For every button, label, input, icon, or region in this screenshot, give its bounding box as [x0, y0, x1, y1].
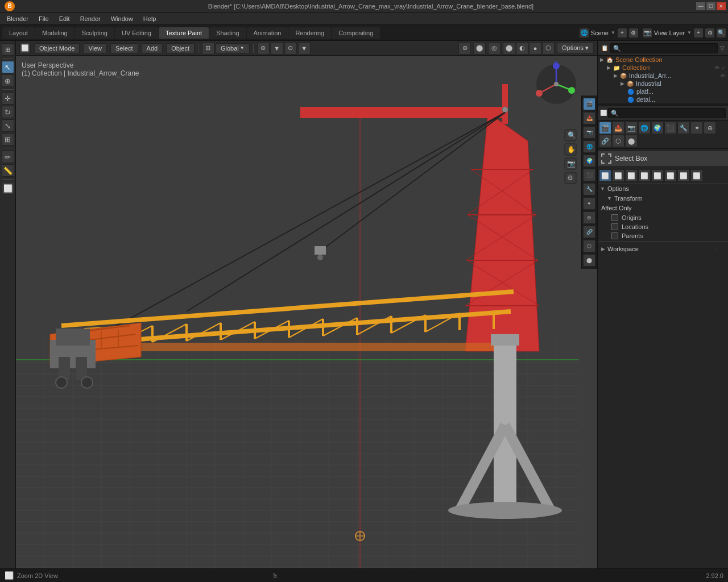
- transform-tool-btn[interactable]: ⊞: [2, 133, 14, 146]
- tab-modeling[interactable]: Modeling: [35, 27, 75, 39]
- industrial-item[interactable]: ▶ 📦 Industrial: [598, 80, 728, 88]
- tab-shading[interactable]: Shading: [209, 27, 246, 39]
- ia-vis-icon[interactable]: 👁: [720, 73, 726, 79]
- snap-toggle[interactable]: ⊕: [257, 42, 270, 55]
- locations-checkbox[interactable]: [611, 223, 618, 230]
- view-menu-btn[interactable]: View: [83, 43, 107, 53]
- transform-gizmo-btn[interactable]: ⊞: [202, 42, 214, 55]
- scene-props-icon[interactable]: 🌐: [638, 122, 651, 134]
- props-side-world[interactable]: 🌍: [583, 155, 595, 167]
- tab-compositing[interactable]: Compositing: [332, 27, 380, 39]
- scene-collection-item[interactable]: ▶ 🏠 Scene Collection: [598, 56, 728, 64]
- mode-icon-3[interactable]: ⬜: [625, 169, 638, 182]
- maximize-button[interactable]: ☐: [706, 2, 715, 10]
- options-btn[interactable]: Options ▾: [557, 43, 594, 53]
- detai-item[interactable]: 🔵 detai...: [598, 95, 728, 103]
- menu-window[interactable]: Window: [106, 14, 138, 23]
- viewport-3d[interactable]: ⬜ Object Mode View Select Add Object ⊞ G…: [16, 41, 597, 568]
- mode-icon-5[interactable]: ⬜: [651, 169, 664, 182]
- world-props-icon[interactable]: 🌍: [651, 122, 664, 134]
- snap-settings[interactable]: ▼: [271, 42, 283, 55]
- cursor-tool-btn[interactable]: ⊕: [2, 74, 14, 87]
- scene-dropdown-icon[interactable]: ▼: [611, 30, 615, 35]
- scene-props-icon[interactable]: ⚙: [629, 28, 638, 38]
- origins-checkbox[interactable]: [611, 214, 618, 221]
- tab-layout[interactable]: Layout: [2, 27, 35, 39]
- view-layer-search-icon[interactable]: 🔍: [717, 28, 726, 38]
- editor-type-icon[interactable]: ⬜: [19, 43, 31, 54]
- props-search[interactable]: [608, 108, 726, 118]
- collection-item[interactable]: ▶ 📁 Collection 👁 ✓: [598, 64, 728, 72]
- wireframe-shading-btn[interactable]: ⬡: [542, 42, 555, 55]
- tab-rendering[interactable]: Rendering: [288, 27, 331, 39]
- coll-vis-icon[interactable]: 👁: [714, 65, 720, 71]
- coll-lock-icon[interactable]: ✓: [721, 65, 726, 71]
- workspace-row[interactable]: ▶ Workspace ⋮⋮: [598, 243, 728, 255]
- props-side-physics[interactable]: ⊕: [583, 211, 595, 224]
- props-side-render[interactable]: 🎬: [583, 98, 595, 110]
- mode-icon-4[interactable]: ⬜: [638, 169, 651, 182]
- options-header[interactable]: ▼ Options: [598, 184, 728, 194]
- proportional-edit[interactable]: ⊙: [284, 42, 297, 55]
- scale-tool-btn[interactable]: ⤡: [2, 119, 14, 132]
- platf-item[interactable]: 🔵 platf...: [598, 88, 728, 95]
- object-menu-btn[interactable]: Object: [166, 43, 195, 53]
- render-shading-btn[interactable]: ●: [529, 42, 541, 55]
- props-side-scene[interactable]: 🌐: [583, 140, 595, 153]
- material-props-icon[interactable]: ⬤: [625, 135, 638, 147]
- select-menu-btn[interactable]: Select: [110, 43, 138, 53]
- measure-btn[interactable]: 📏: [2, 164, 14, 177]
- data-props-icon[interactable]: ⬡: [612, 135, 624, 147]
- particles-props-icon[interactable]: ✦: [690, 122, 703, 134]
- props-side-output[interactable]: 📤: [583, 112, 595, 124]
- add-menu-btn[interactable]: Add: [142, 43, 163, 53]
- tab-uv-editing[interactable]: UV Editing: [115, 27, 158, 39]
- viewport-canvas[interactable]: X Y Z 🔍: [16, 56, 597, 568]
- transform-header[interactable]: ▼ Transform: [598, 194, 728, 203]
- material-shading-btn[interactable]: ◐: [516, 42, 528, 55]
- object-mode-dropdown[interactable]: Object Mode: [34, 43, 80, 53]
- props-side-particles[interactable]: ✦: [583, 197, 595, 210]
- menu-blender[interactable]: Blender: [2, 14, 33, 23]
- industrial-arr-item[interactable]: ▶ 📦 Industrial_Arr... 👁: [598, 72, 728, 80]
- parents-checkbox[interactable]: [611, 232, 618, 239]
- props-side-object[interactable]: ⬛: [583, 169, 595, 181]
- modifier-props-icon[interactable]: 🔧: [677, 122, 690, 134]
- mode-icon-7[interactable]: ⬜: [677, 169, 690, 182]
- mode-icon-2[interactable]: ⬜: [612, 169, 624, 182]
- viewport-gizmo-btn[interactable]: ⊕: [458, 42, 471, 55]
- view-layer-props-icon[interactable]: 📷: [625, 122, 638, 134]
- xray-toggle[interactable]: ◎: [488, 42, 500, 55]
- object-props-icon[interactable]: ⬛: [664, 122, 677, 134]
- minimize-button[interactable]: —: [696, 2, 705, 10]
- view-layer-props-icon[interactable]: ⚙: [705, 28, 714, 38]
- viewport-overlay-btn[interactable]: ⬤: [473, 42, 486, 55]
- tab-texture-paint[interactable]: Texture Paint: [159, 27, 209, 39]
- scene-add-icon[interactable]: +: [618, 28, 627, 38]
- mode-selector-btn[interactable]: ⊞: [2, 43, 14, 56]
- annotate-btn[interactable]: ✏: [2, 151, 14, 163]
- menu-render[interactable]: Render: [76, 14, 105, 23]
- outliner-search[interactable]: [610, 43, 718, 53]
- mode-icon-1[interactable]: ⬜: [599, 169, 611, 182]
- menu-help[interactable]: Help: [139, 14, 161, 23]
- outliner-filter-icon[interactable]: ▽: [720, 45, 725, 51]
- tab-animation[interactable]: Animation: [247, 27, 288, 39]
- select-tool-btn[interactable]: ↖: [2, 61, 14, 73]
- props-side-material[interactable]: ⬤: [583, 254, 595, 267]
- props-side-constraints[interactable]: 🔗: [583, 226, 595, 238]
- render-props-icon[interactable]: 🎬: [599, 122, 611, 134]
- props-side-view-layer[interactable]: 📷: [583, 126, 595, 139]
- view-layer-add-icon[interactable]: +: [694, 28, 703, 38]
- physics-props-icon[interactable]: ⊕: [704, 122, 716, 134]
- menu-edit[interactable]: Edit: [55, 14, 75, 23]
- add-cube-btn[interactable]: ⬜: [2, 182, 14, 194]
- solid-shading-btn[interactable]: ⬤: [503, 42, 515, 55]
- tab-sculpting[interactable]: Sculpting: [75, 27, 114, 39]
- props-side-modifier[interactable]: 🔧: [583, 183, 595, 196]
- menu-file[interactable]: File: [34, 14, 53, 23]
- output-props-icon[interactable]: 📤: [612, 122, 624, 134]
- constraints-props-icon[interactable]: 🔗: [599, 135, 611, 147]
- transform-dropdown[interactable]: Global ▼: [216, 43, 250, 53]
- rotate-tool-btn[interactable]: ↻: [2, 106, 14, 118]
